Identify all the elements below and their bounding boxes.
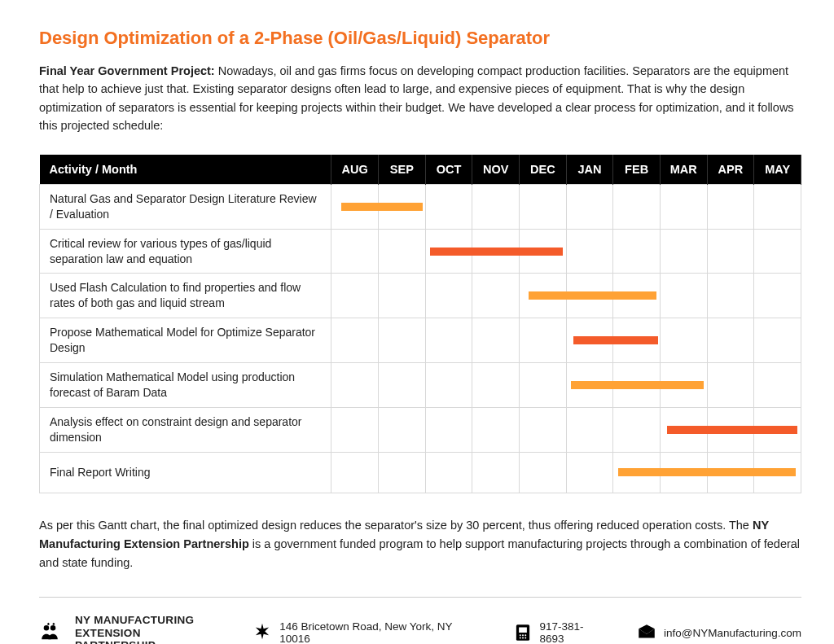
phone-icon [512,622,533,643]
gantt-cell [707,229,754,274]
gantt-cell [331,407,379,452]
gantt-cell [754,318,801,363]
header-month: AUG [331,155,379,185]
header-month: MAY [754,155,801,185]
svg-point-6 [525,635,526,637]
gantt-cell [331,274,379,318]
gantt-cell [707,318,754,363]
gantt-row: Simulation Mathematical Model using prod… [40,363,801,408]
svg-point-1 [50,625,56,631]
footer-org-name: NY MANUFACTURING EXTENSION PARTNERSHIP [75,614,222,644]
gantt-cell [379,274,426,318]
gantt-cell [660,363,707,408]
header-month: APR [707,155,754,185]
svg-point-0 [44,625,50,631]
gantt-cell [331,363,379,408]
header-month: JAN [566,155,613,185]
gantt-cell [566,363,613,408]
mail-icon [636,622,657,643]
gantt-cell [425,274,472,318]
gantt-cell [379,452,426,493]
gantt-row: Final Report Writing [40,452,801,493]
footer-org-line1: NY MANUFACTURING [75,614,222,627]
gantt-cell [707,363,754,408]
gantt-cell [379,407,426,452]
gantt-cell [754,229,801,274]
gantt-cell [379,318,426,363]
intro-lead: Final Year Government Project: [39,64,215,77]
gantt-row: Used Flash Calculation to find propertie… [40,274,801,318]
activity-label: Simulation Mathematical Model using prod… [40,363,331,408]
compass-icon [252,622,273,643]
footer-divider [39,597,801,598]
gantt-cell [660,407,707,452]
gantt-cell [613,184,661,229]
gantt-cell [707,184,754,229]
gantt-cell [472,318,520,363]
gantt-cell [660,452,707,493]
gantt-cell [660,184,707,229]
outro-paragraph: As per this Gantt chart, the final optim… [39,516,801,573]
gantt-cell [379,229,426,274]
header-month: DEC [519,155,566,185]
gantt-chart: Activity / MonthAUGSEPOCTNOVDECJANFEBMAR… [39,155,801,493]
svg-point-7 [519,637,520,639]
gantt-cell [472,274,520,318]
intro-paragraph: Final Year Government Project: Nowadays,… [39,62,801,135]
gantt-cell [754,363,801,408]
gantt-cell [707,274,754,318]
gantt-row: Propose Mathematical Model for Optimize … [40,318,801,363]
gantt-row: Natural Gas and Separator Design Literat… [40,184,801,229]
activity-label: Used Flash Calculation to find propertie… [40,274,331,318]
gantt-cell [754,407,801,452]
gantt-cell [519,452,566,493]
gantt-cell [472,452,520,493]
gantt-cell [472,184,520,229]
gantt-cell [566,229,613,274]
footer: NY MANUFACTURING EXTENSION PARTNERSHIP 1… [39,614,801,644]
footer-phone: 917-381-8693 [540,620,607,644]
activity-label: Analysis effect on constraint design and… [40,407,331,452]
footer-org-line2: EXTENSION PARTNERSHIP [75,627,222,644]
gantt-header-row: Activity / MonthAUGSEPOCTNOVDECJANFEBMAR… [40,155,801,185]
gantt-cell [425,363,472,408]
gantt-row: Critical review for various types of gas… [40,229,801,274]
svg-point-8 [522,637,524,639]
people-icon [39,622,60,643]
gantt-cell [472,229,520,274]
header-month: MAR [660,155,707,185]
svg-point-5 [522,635,524,637]
gantt-cell [613,452,661,493]
header-month: OCT [425,155,472,185]
gantt-cell [379,184,426,229]
gantt-cell [566,318,613,363]
gantt-cell [566,184,613,229]
gantt-cell [519,363,566,408]
gantt-cell [566,452,613,493]
header-month: FEB [613,155,661,185]
gantt-cell [425,452,472,493]
gantt-cell [613,407,661,452]
gantt-cell [331,318,379,363]
gantt-cell [425,229,472,274]
gantt-cell [379,363,426,408]
footer-email: info@NYManufacturing.com [664,627,801,639]
gantt-cell [566,274,613,318]
gantt-cell [472,363,520,408]
gantt-cell [754,452,801,493]
header-month: SEP [379,155,426,185]
gantt-cell [566,407,613,452]
gantt-cell [660,229,707,274]
gantt-cell [519,318,566,363]
gantt-cell [425,318,472,363]
gantt-cell [331,184,379,229]
activity-label: Final Report Writing [40,452,331,493]
footer-address: 146 Bricetown Road, New York, NY 10016 [279,620,482,644]
header-activity: Activity / Month [40,155,331,185]
gantt-cell [519,229,566,274]
gantt-cell [425,184,472,229]
outro-before: As per this Gantt chart, the final optim… [39,519,753,532]
gantt-cell [613,274,661,318]
gantt-cell [331,452,379,493]
activity-label: Critical review for various types of gas… [40,229,331,274]
